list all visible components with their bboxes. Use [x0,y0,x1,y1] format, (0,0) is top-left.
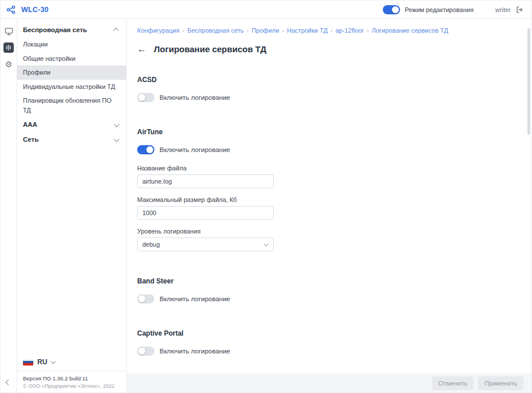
main-content: Конфигурация › Беспроводная сеть › Профи… [127,19,531,392]
breadcrumb-item[interactable]: Беспроводная сеть [188,27,244,34]
sidebar-group-label: AAA [23,121,37,128]
brand-logo-icon [6,5,15,14]
breadcrumb-item[interactable]: ap-12floor [336,27,364,34]
toggle-row: Включить логирование [137,93,523,102]
field-label: Уровень логирования [137,228,523,235]
toggle-row: Включить логирование [137,294,523,303]
field-log-level: Уровень логирования debug [137,228,523,251]
collapse-sidebar-icon[interactable] [6,376,10,387]
edit-mode-toggle[interactable] [383,5,400,14]
file-name-input[interactable] [137,174,274,188]
russia-flag-icon [23,359,33,366]
band-steer-logging-toggle[interactable] [137,294,154,303]
log-level-select[interactable]: debug [137,238,274,251]
edit-mode-label: Режим редактирования [405,6,473,13]
chevron-down-icon [114,136,119,142]
language-selector[interactable]: RU [17,355,126,371]
apply-button[interactable]: Применить [478,376,523,390]
firmware-version: Версия ПО 1.36.2 build 11 [17,375,126,383]
sidebar-item-individual-ap-settings[interactable]: Индивидуальные настройки ТД [17,80,126,94]
chevron-down-icon [114,121,119,127]
copyright: © ООО «Предприятие «Элтекс», 2022 [17,383,126,389]
sidebar-group-label: Сеть [23,136,38,143]
app-window: WLC-30 Режим редактирования writer [0,0,532,393]
breadcrumb-separator: › [331,27,333,34]
acsd-logging-toggle[interactable] [137,93,154,102]
selected-option: debug [142,241,160,248]
breadcrumb-item[interactable]: Настройки ТД [287,27,328,34]
back-button[interactable]: ← [137,45,146,54]
sidebar-group-wireless[interactable]: Беспроводная сеть [17,22,126,37]
sidebar-item-ap-firmware-scheduler[interactable]: Планировщик обновления ПО ТД [17,94,126,117]
wireless-config-icon[interactable] [3,42,14,53]
breadcrumb-item[interactable]: Профили [251,27,279,34]
breadcrumb-separator: › [247,27,249,34]
app-title: WLC-30 [21,6,49,14]
action-bar: Отменить Применить [127,373,531,392]
section-captive-portal: Captive Portal Включить логирование [137,329,523,356]
toggle-row: Включить логирование [137,347,523,356]
username: writer [495,6,511,13]
sidebar-item-profiles[interactable]: Профили [17,65,126,80]
captive-portal-logging-toggle[interactable] [137,347,154,356]
max-file-size-input[interactable] [137,206,274,220]
section-title: Band Steer [137,277,523,285]
breadcrumb-item[interactable]: Конфигурация [137,27,180,34]
sidebar-group-network[interactable]: Сеть [17,132,126,147]
sidebar-item-general-settings[interactable]: Общие настройки [17,52,126,66]
sidebar-item-locations[interactable]: Локации [17,37,126,52]
section-title: Captive Portal [137,329,523,337]
breadcrumb-separator: › [282,27,284,34]
sidebar: Беспроводная сеть Локации Общие настройк… [17,19,127,392]
toggle-label: Включить логирование [160,146,230,153]
chevron-up-icon [113,28,119,33]
section-band-steer: Band Steer Включить логирование [137,277,523,303]
breadcrumb-separator: › [182,27,185,34]
logout-icon[interactable] [515,6,523,14]
page-header: ← Логирование сервисов ТД [137,44,523,54]
divider [17,371,126,371]
monitoring-icon[interactable] [3,26,14,36]
scrollbar-thumb[interactable] [527,28,530,135]
icon-rail: ⚙ [1,19,17,392]
breadcrumb-current: Логирование сервисов ТД [372,27,448,34]
field-label: Название файла [137,165,523,172]
toggle-label: Включить логирование [160,295,230,302]
section-title: AirTune [137,128,523,136]
section-title: ACSD [137,76,523,84]
sidebar-group-aaa[interactable]: AAA [17,117,126,132]
sidebar-group-label: Беспроводная сеть [23,26,87,33]
language-label: RU [37,358,47,366]
breadcrumb-separator: › [367,27,369,34]
section-acsd: ACSD Включить логирование [137,76,523,102]
section-airtune: AirTune Включить логирование Название фа… [137,128,523,251]
field-label: Максимальный размер файла, Кб [137,196,523,203]
topbar: WLC-30 Режим редактирования writer [1,1,531,19]
field-file-name: Название файла [137,165,523,188]
airtune-logging-toggle[interactable] [137,145,154,154]
field-max-file-size: Максимальный размер файла, Кб [137,196,523,220]
service-sections: ACSD Включить логирование AirTune Включи… [137,76,523,393]
breadcrumb: Конфигурация › Беспроводная сеть › Профи… [137,27,523,34]
chevron-down-icon [263,242,268,246]
toggle-label: Включить логирование [160,94,230,101]
cancel-button[interactable]: Отменить [432,376,473,390]
toggle-row: Включить логирование [137,145,523,154]
page-title: Логирование сервисов ТД [154,44,266,54]
sidebar-footer: RU Версия ПО 1.36.2 build 11 © ООО «Пред… [17,355,126,392]
settings-gear-icon[interactable]: ⚙ [3,59,14,69]
chevron-down-icon [51,359,56,364]
toggle-label: Включить логирование [160,348,230,355]
